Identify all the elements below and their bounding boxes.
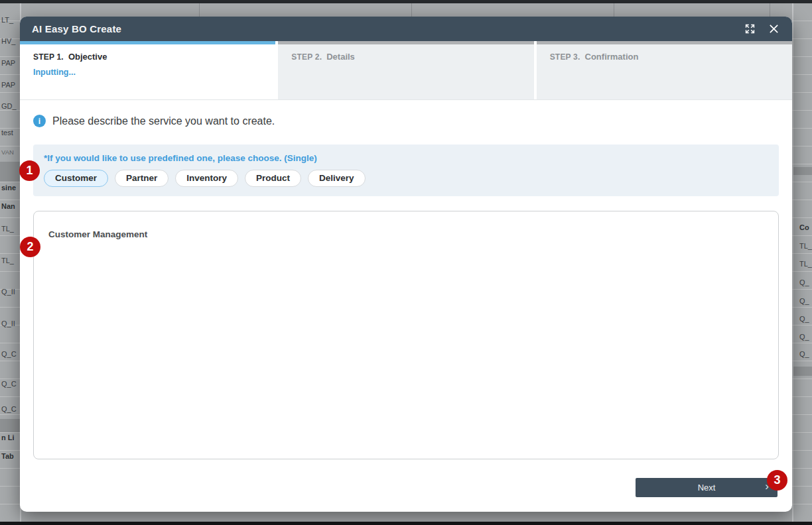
- annotation-badge-1: 1: [19, 160, 40, 181]
- dialog-header: AI Easy BO Create: [20, 17, 792, 41]
- bg-table-fragment: Q_II: [1, 288, 15, 296]
- bg-table-fragment: sine: [1, 184, 16, 192]
- bg-table-fragment: Q_C: [1, 380, 17, 388]
- bg-table-left-strip: LT_HV_PAPPAPGD_testVANsineNanTL_TL_Q_IIQ…: [0, 3, 21, 522]
- step-number: STEP 2.: [291, 52, 322, 62]
- step-title: STEP 2.Details: [291, 52, 533, 62]
- bg-table-fragment: Q_: [799, 333, 809, 341]
- bg-table-fragment: n Li: [1, 434, 15, 441]
- bg-table-fragment: Q_C: [1, 350, 17, 358]
- bg-table-fragment: Q_II: [1, 320, 15, 327]
- step-name: Confirmation: [585, 52, 639, 62]
- bg-table-fragment: test: [1, 129, 13, 137]
- bg-table-fragment: Q_: [799, 350, 809, 358]
- chip-inventory[interactable]: Inventory: [175, 170, 238, 187]
- predefined-options-panel: *If you would like to use predefined one…: [33, 145, 779, 196]
- bg-table-fragment: Co: [799, 223, 809, 231]
- bg-table-fragment: HV_: [1, 37, 15, 45]
- bg-table-fragment: LT_: [1, 16, 13, 24]
- step-title: STEP 3.Confirmation: [550, 52, 792, 62]
- bg-table-fragment: PAP: [1, 59, 15, 67]
- info-message: Please describe the service you want to …: [52, 115, 275, 127]
- bg-table-fragment: TL_: [799, 260, 812, 268]
- bg-table-fragment: Nan: [1, 202, 15, 210]
- bg-table-fragment: VAN: [1, 148, 14, 156]
- bg-column-divider: [199, 3, 200, 17]
- bg-table-header-edge: [0, 0, 812, 3]
- predefined-hint: *If you would like to use predefined one…: [44, 153, 768, 163]
- wizard-steps: STEP 1.Objective Inputting... STEP 2.Det…: [20, 41, 792, 100]
- close-icon[interactable]: [767, 23, 780, 36]
- step-progress-bar: [278, 41, 533, 44]
- ai-easy-bo-create-dialog: AI Easy BO Create STEP 1.Objective Input…: [20, 17, 792, 512]
- bg-table-fragment: TL_: [799, 242, 812, 250]
- chip-customer[interactable]: Customer: [44, 170, 108, 187]
- maximize-icon[interactable]: [743, 23, 756, 36]
- chip-partner[interactable]: Partner: [115, 170, 169, 187]
- bg-table-fragment: TL_: [1, 225, 14, 233]
- info-row: i Please describe the service you want t…: [33, 115, 779, 127]
- step-progress-bar: [537, 41, 792, 44]
- bg-column-divider: [614, 3, 614, 17]
- bg-table-section: [793, 167, 812, 175]
- bg-bottom-edge: [0, 522, 812, 525]
- bg-table-section: [0, 162, 20, 182]
- annotation-badge-3: 3: [767, 470, 787, 491]
- bg-table-fragment: PAP: [1, 81, 15, 89]
- step-name: Details: [326, 52, 355, 62]
- step-title: STEP 1.Objective: [33, 52, 275, 62]
- step-name: Objective: [68, 52, 107, 62]
- tab-step-1-objective[interactable]: STEP 1.Objective Inputting...: [20, 41, 275, 99]
- annotation-badge-2: 2: [20, 237, 40, 257]
- bg-table-fragment: Q_: [799, 297, 809, 305]
- bg-table-fragment: Q_: [799, 315, 809, 323]
- bg-table-fragment: Q_C: [1, 405, 17, 413]
- next-button[interactable]: Next ›: [636, 478, 778, 497]
- step-progress-bar: [20, 41, 275, 44]
- step-status: Inputting...: [33, 68, 275, 77]
- bg-table-fragment: Tab: [1, 452, 14, 460]
- bg-table-section: [0, 419, 20, 432]
- info-icon: i: [33, 115, 46, 127]
- bg-table-section: [793, 367, 812, 376]
- chip-delivery[interactable]: Delivery: [308, 170, 366, 187]
- bg-column-divider: [411, 3, 412, 17]
- step-number: STEP 1.: [33, 52, 64, 62]
- bg-column-divider: [770, 3, 770, 17]
- bg-table-fragment: GD_: [1, 102, 17, 110]
- predefined-chips: Customer Partner Inventory Product Deliv…: [44, 170, 768, 187]
- service-description-input[interactable]: Customer Management: [33, 211, 779, 459]
- dialog-title: AI Easy BO Create: [32, 23, 732, 34]
- bg-table-right-strip: CoTL_TL_Q_Q_Q_Q_Q_: [792, 3, 812, 522]
- bg-table-fragment: TL_: [1, 257, 14, 264]
- bg-table-fragment: Q_: [799, 278, 809, 286]
- step-number: STEP 3.: [550, 52, 580, 62]
- next-button-label: Next: [698, 483, 716, 493]
- chip-product[interactable]: Product: [245, 170, 301, 187]
- tab-step-3-confirmation[interactable]: STEP 3.Confirmation: [537, 41, 792, 99]
- tab-step-2-details[interactable]: STEP 2.Details: [278, 41, 533, 99]
